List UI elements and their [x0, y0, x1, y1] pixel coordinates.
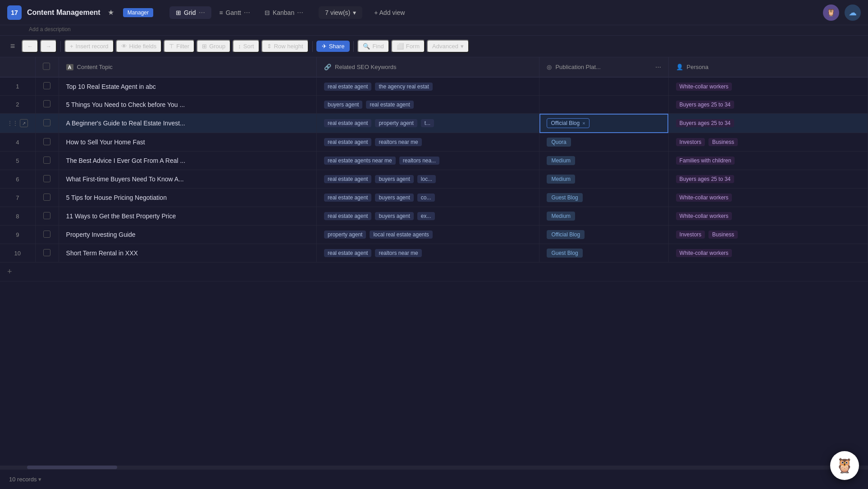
pub-col-options-icon[interactable]: ⋯	[655, 64, 661, 70]
kanban-options-icon[interactable]: ⋯	[297, 9, 303, 16]
topic-cell[interactable]: Top 10 Real Estate Agent in abc	[59, 77, 316, 96]
row-checkbox[interactable]	[43, 231, 50, 238]
pub-tag[interactable]: Medium	[547, 175, 575, 184]
seo-cell[interactable]: property agentlocal real estate agents	[317, 226, 539, 244]
seo-tag[interactable]: t...	[421, 119, 434, 127]
seo-tag[interactable]: co...	[417, 194, 435, 202]
pub-tag-editing[interactable]: Official Blog ×	[547, 118, 589, 128]
topic-cell[interactable]: Short Term Rental in XXX	[59, 244, 316, 263]
redo-button[interactable]: →	[40, 40, 57, 53]
col-persona-header[interactable]: 👤 Persona	[668, 57, 868, 77]
seo-tag[interactable]: real estate agent	[324, 249, 371, 257]
seo-tag[interactable]: realtors near me	[375, 249, 421, 257]
seo-tag[interactable]: buyers agent	[324, 101, 362, 109]
pub-cell[interactable]: Guest Blog	[539, 189, 668, 207]
topic-cell[interactable]: Property Investing Guide	[59, 226, 316, 244]
pub-cell[interactable]: Official Blog	[539, 226, 668, 244]
row-checkbox[interactable]	[43, 82, 50, 89]
hide-fields-button[interactable]: 👁 Hide fields	[116, 40, 162, 53]
grid-options-icon[interactable]: ⋯	[199, 9, 205, 16]
persona-cell[interactable]: InvestorsBusiness	[668, 226, 868, 244]
undo-button[interactable]: ←	[22, 40, 38, 53]
persona-tag[interactable]: Investors	[676, 138, 705, 146]
seo-tag[interactable]: real estate agent	[324, 83, 371, 91]
pub-tag[interactable]: Quora	[547, 138, 571, 147]
col-seo-header[interactable]: 🔗 Related SEO Keywords	[317, 57, 539, 77]
seo-tag[interactable]: real estate agent	[324, 119, 371, 127]
sidebar-toggle[interactable]: ≡	[7, 41, 18, 52]
advanced-button[interactable]: Advanced ▾	[427, 40, 469, 53]
persona-tag[interactable]: Families with children	[676, 157, 735, 165]
persona-tag[interactable]: Business	[708, 231, 738, 239]
pub-cell[interactable]: Guest Blog	[539, 244, 668, 263]
tab-gantt[interactable]: ≡ Gantt ⋯	[213, 6, 256, 19]
row-checkbox[interactable]	[43, 100, 50, 107]
seo-tag[interactable]: real estate agent	[324, 175, 371, 183]
persona-cell[interactable]: White-collar workers	[668, 77, 868, 96]
persona-tag[interactable]: White-collar workers	[676, 194, 732, 202]
pub-tag[interactable]: Guest Blog	[547, 193, 582, 202]
seo-tag[interactable]: real estate agents near me	[324, 157, 396, 165]
tab-grid[interactable]: ⊞ Grid ⋯	[169, 6, 211, 19]
seo-tag[interactable]: buyers agent	[375, 194, 413, 202]
tab-kanban[interactable]: ⊟ Kanban ⋯	[258, 6, 310, 19]
group-button[interactable]: ⊞ Group	[196, 40, 231, 53]
persona-cell[interactable]: White-collar workers	[668, 244, 868, 263]
drag-handle-icon[interactable]: ⋮⋮	[7, 120, 18, 126]
persona-tag[interactable]: White-collar workers	[676, 249, 732, 257]
persona-cell[interactable]: Families with children	[668, 152, 868, 170]
row-checkbox[interactable]	[43, 175, 50, 182]
seo-cell[interactable]: buyers agentreal estate agent	[317, 96, 539, 114]
topic-cell[interactable]: What First-time Buyers Need To Know A...	[59, 170, 316, 189]
pub-cell[interactable]: Medium	[539, 170, 668, 189]
pub-tag[interactable]: Official Blog	[547, 230, 585, 239]
pub-cell[interactable]: Quora	[539, 133, 668, 152]
persona-tag[interactable]: White-collar workers	[676, 212, 732, 220]
persona-cell[interactable]: InvestorsBusiness	[668, 133, 868, 152]
horizontal-scrollbar[interactable]	[0, 466, 868, 469]
persona-cell[interactable]: White-collar workers	[668, 207, 868, 226]
seo-tag[interactable]: local real estate agents	[370, 231, 432, 239]
seo-tag[interactable]: real estate agent	[324, 212, 371, 220]
row-checkbox[interactable]	[43, 194, 50, 201]
persona-cell[interactable]: White-collar workers	[668, 189, 868, 207]
seo-cell[interactable]: real estate agentrealtors near me	[317, 133, 539, 152]
persona-cell[interactable]: Buyers ages 25 to 34	[668, 114, 868, 133]
row-checkbox[interactable]	[43, 138, 50, 145]
seo-tag[interactable]: the agency real estat	[375, 83, 432, 91]
row-checkbox[interactable]	[43, 249, 50, 256]
seo-cell[interactable]: real estate agentbuyers agentloc...	[317, 170, 539, 189]
seo-tag[interactable]: realtors nea...	[399, 157, 439, 165]
find-button[interactable]: 🔍 Find	[357, 40, 389, 53]
seo-tag[interactable]: loc...	[417, 175, 436, 183]
topic-cell[interactable]: A Beginner's Guide to Real Estate Invest…	[59, 114, 316, 133]
seo-tag[interactable]: buyers agent	[375, 212, 413, 220]
seo-tag[interactable]: real estate agent	[324, 138, 371, 146]
persona-cell[interactable]: Buyers ages 25 to 34	[668, 96, 868, 114]
pub-cell[interactable]	[539, 77, 668, 96]
row-checkbox[interactable]	[43, 119, 50, 126]
expand-row-icon[interactable]: ↗	[20, 119, 28, 127]
pub-tag[interactable]: Medium	[547, 212, 575, 221]
pub-tag[interactable]: Guest Blog	[547, 249, 582, 258]
seo-cell[interactable]: real estate agentrealtors near me	[317, 244, 539, 263]
row-checkbox[interactable]	[43, 212, 50, 219]
col-pub-header[interactable]: ◎ Publication Plat... ⋯	[539, 57, 668, 77]
persona-tag[interactable]: Buyers ages 25 to 34	[676, 175, 734, 183]
sort-button[interactable]: ↕ Sort	[233, 40, 259, 53]
seo-tag[interactable]: property agent	[375, 119, 417, 127]
topic-cell[interactable]: 5 Things You Need to Check before You ..…	[59, 96, 316, 114]
insert-record-button[interactable]: + Insert record	[64, 40, 114, 53]
pub-cell[interactable]: Medium	[539, 207, 668, 226]
pub-cell[interactable]	[539, 96, 668, 114]
cloud-icon[interactable]: ☁	[845, 5, 861, 21]
seo-cell[interactable]: real estate agentbuyers agentco...	[317, 189, 539, 207]
persona-tag[interactable]: Buyers ages 25 to 34	[676, 101, 734, 109]
seo-cell[interactable]: real estate agentproperty agentt...	[317, 114, 539, 133]
persona-tag[interactable]: Buyers ages 25 to 34	[676, 119, 734, 127]
topic-cell[interactable]: 5 Tips for House Pricing Negotiation	[59, 189, 316, 207]
persona-tag[interactable]: Business	[708, 138, 738, 146]
col-topic-header[interactable]: A Content Topic	[59, 57, 316, 77]
form-button[interactable]: ⬜ Form	[391, 40, 425, 53]
row-height-button[interactable]: ⇕ Row height	[261, 40, 309, 53]
